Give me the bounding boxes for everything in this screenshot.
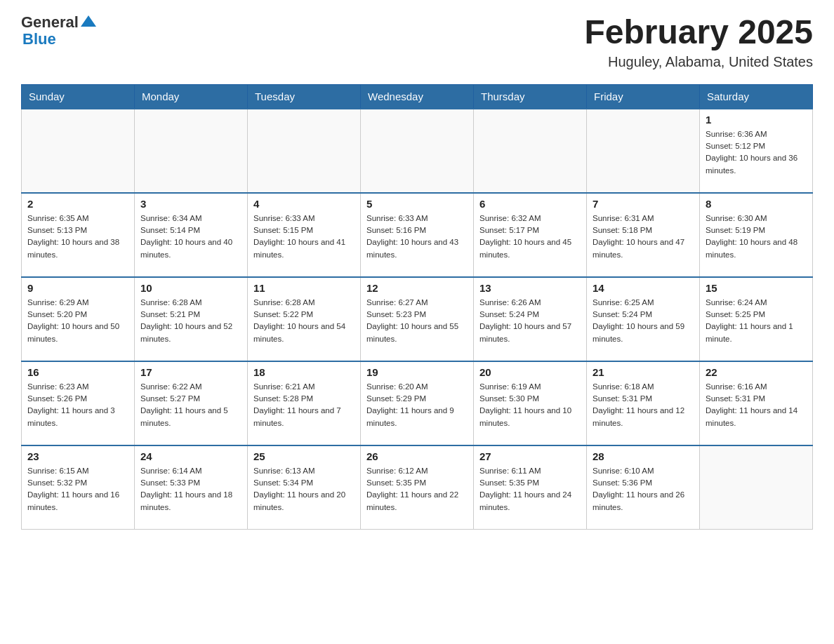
- calendar-cell: 5Sunrise: 6:33 AMSunset: 5:16 PMDaylight…: [361, 193, 474, 277]
- day-info: Sunrise: 6:11 AMSunset: 5:35 PMDaylight:…: [479, 465, 581, 514]
- calendar-cell: 19Sunrise: 6:20 AMSunset: 5:29 PMDayligh…: [361, 361, 474, 445]
- day-number: 7: [593, 198, 694, 210]
- day-info: Sunrise: 6:30 AMSunset: 5:19 PMDaylight:…: [706, 213, 807, 261]
- day-info: Sunrise: 6:36 AMSunset: 5:12 PMDaylight:…: [706, 128, 807, 177]
- calendar-cell: 11Sunrise: 6:28 AMSunset: 5:22 PMDayligh…: [248, 277, 361, 361]
- weekday-header: Tuesday: [248, 84, 361, 109]
- day-number: 14: [593, 282, 694, 294]
- day-number: 15: [706, 282, 807, 294]
- day-number: 16: [27, 366, 128, 378]
- day-number: 1: [706, 114, 807, 126]
- calendar-cell: 2Sunrise: 6:35 AMSunset: 5:13 PMDaylight…: [22, 193, 135, 277]
- day-info: Sunrise: 6:31 AMSunset: 5:18 PMDaylight:…: [593, 213, 694, 261]
- calendar-cell: 20Sunrise: 6:19 AMSunset: 5:30 PMDayligh…: [474, 361, 587, 445]
- day-number: 28: [593, 450, 694, 462]
- logo-triangle-icon: [81, 14, 96, 29]
- day-info: Sunrise: 6:14 AMSunset: 5:33 PMDaylight:…: [140, 465, 241, 514]
- calendar-cell: 22Sunrise: 6:16 AMSunset: 5:31 PMDayligh…: [700, 361, 813, 445]
- calendar-cell: 1Sunrise: 6:36 AMSunset: 5:12 PMDaylight…: [700, 109, 813, 193]
- weekday-header: Sunday: [22, 84, 135, 109]
- day-number: 12: [366, 282, 468, 294]
- page-header: General Blue February 2025 Huguley, Alab…: [21, 14, 813, 70]
- day-number: 17: [140, 366, 241, 378]
- calendar-cell: [700, 445, 813, 530]
- day-info: Sunrise: 6:28 AMSunset: 5:22 PMDaylight:…: [253, 297, 355, 345]
- calendar-cell: 21Sunrise: 6:18 AMSunset: 5:31 PMDayligh…: [587, 361, 700, 445]
- calendar-week-row: 1Sunrise: 6:36 AMSunset: 5:12 PMDaylight…: [22, 109, 813, 193]
- day-info: Sunrise: 6:33 AMSunset: 5:15 PMDaylight:…: [253, 213, 355, 261]
- calendar-cell: 4Sunrise: 6:33 AMSunset: 5:15 PMDaylight…: [248, 193, 361, 277]
- calendar-cell: 18Sunrise: 6:21 AMSunset: 5:28 PMDayligh…: [248, 361, 361, 445]
- calendar-week-row: 2Sunrise: 6:35 AMSunset: 5:13 PMDaylight…: [22, 193, 813, 277]
- calendar-cell: 27Sunrise: 6:11 AMSunset: 5:35 PMDayligh…: [474, 445, 587, 530]
- day-info: Sunrise: 6:26 AMSunset: 5:24 PMDaylight:…: [479, 297, 581, 345]
- weekday-header: Friday: [587, 84, 700, 109]
- calendar-cell: 6Sunrise: 6:32 AMSunset: 5:17 PMDaylight…: [474, 193, 587, 277]
- day-info: Sunrise: 6:20 AMSunset: 5:29 PMDaylight:…: [366, 381, 468, 429]
- day-number: 5: [366, 198, 468, 210]
- day-info: Sunrise: 6:25 AMSunset: 5:24 PMDaylight:…: [593, 297, 694, 345]
- calendar-cell: 24Sunrise: 6:14 AMSunset: 5:33 PMDayligh…: [135, 445, 248, 530]
- calendar-cell: 3Sunrise: 6:34 AMSunset: 5:14 PMDaylight…: [135, 193, 248, 277]
- calendar-week-row: 9Sunrise: 6:29 AMSunset: 5:20 PMDaylight…: [22, 277, 813, 361]
- calendar-cell: 8Sunrise: 6:30 AMSunset: 5:19 PMDaylight…: [700, 193, 813, 277]
- day-number: 13: [479, 282, 581, 294]
- day-number: 20: [479, 366, 581, 378]
- month-title: February 2025: [584, 14, 813, 51]
- day-info: Sunrise: 6:12 AMSunset: 5:35 PMDaylight:…: [366, 465, 468, 514]
- calendar-cell: 12Sunrise: 6:27 AMSunset: 5:23 PMDayligh…: [361, 277, 474, 361]
- day-number: 2: [27, 198, 128, 210]
- location-title: Huguley, Alabama, United States: [584, 54, 813, 70]
- calendar-week-row: 23Sunrise: 6:15 AMSunset: 5:32 PMDayligh…: [22, 445, 813, 530]
- logo-text-blue: Blue: [22, 31, 96, 48]
- svg-marker-0: [81, 15, 96, 27]
- calendar-table: SundayMondayTuesdayWednesdayThursdayFrid…: [21, 84, 813, 530]
- calendar-cell: 16Sunrise: 6:23 AMSunset: 5:26 PMDayligh…: [22, 361, 135, 445]
- day-info: Sunrise: 6:13 AMSunset: 5:34 PMDaylight:…: [253, 465, 355, 514]
- calendar-cell: [587, 109, 700, 193]
- weekday-header: Monday: [135, 84, 248, 109]
- day-number: 10: [140, 282, 241, 294]
- calendar-header-row: SundayMondayTuesdayWednesdayThursdayFrid…: [22, 84, 813, 109]
- day-info: Sunrise: 6:35 AMSunset: 5:13 PMDaylight:…: [27, 213, 128, 261]
- day-info: Sunrise: 6:34 AMSunset: 5:14 PMDaylight:…: [140, 213, 241, 261]
- calendar-cell: 28Sunrise: 6:10 AMSunset: 5:36 PMDayligh…: [587, 445, 700, 530]
- title-block: February 2025 Huguley, Alabama, United S…: [584, 14, 813, 70]
- logo: General Blue: [21, 14, 96, 48]
- calendar-cell: 13Sunrise: 6:26 AMSunset: 5:24 PMDayligh…: [474, 277, 587, 361]
- day-number: 4: [253, 198, 355, 210]
- day-info: Sunrise: 6:22 AMSunset: 5:27 PMDaylight:…: [140, 381, 241, 429]
- day-number: 6: [479, 198, 581, 210]
- calendar-cell: 14Sunrise: 6:25 AMSunset: 5:24 PMDayligh…: [587, 277, 700, 361]
- calendar-cell: 26Sunrise: 6:12 AMSunset: 5:35 PMDayligh…: [361, 445, 474, 530]
- calendar-cell: 9Sunrise: 6:29 AMSunset: 5:20 PMDaylight…: [22, 277, 135, 361]
- day-number: 9: [27, 282, 128, 294]
- day-number: 22: [706, 366, 807, 378]
- day-info: Sunrise: 6:15 AMSunset: 5:32 PMDaylight:…: [27, 465, 128, 514]
- calendar-cell: 10Sunrise: 6:28 AMSunset: 5:21 PMDayligh…: [135, 277, 248, 361]
- day-info: Sunrise: 6:10 AMSunset: 5:36 PMDaylight:…: [593, 465, 694, 514]
- day-number: 23: [27, 450, 128, 462]
- day-info: Sunrise: 6:21 AMSunset: 5:28 PMDaylight:…: [253, 381, 355, 429]
- logo-text-general: General: [21, 14, 79, 31]
- day-info: Sunrise: 6:27 AMSunset: 5:23 PMDaylight:…: [366, 297, 468, 345]
- calendar-cell: 7Sunrise: 6:31 AMSunset: 5:18 PMDaylight…: [587, 193, 700, 277]
- day-info: Sunrise: 6:28 AMSunset: 5:21 PMDaylight:…: [140, 297, 241, 345]
- calendar-cell: 17Sunrise: 6:22 AMSunset: 5:27 PMDayligh…: [135, 361, 248, 445]
- day-number: 26: [366, 450, 468, 462]
- calendar-cell: [248, 109, 361, 193]
- day-number: 18: [253, 366, 355, 378]
- day-info: Sunrise: 6:24 AMSunset: 5:25 PMDaylight:…: [706, 297, 807, 345]
- calendar-cell: [135, 109, 248, 193]
- day-number: 3: [140, 198, 241, 210]
- day-number: 8: [706, 198, 807, 210]
- weekday-header: Saturday: [700, 84, 813, 109]
- day-info: Sunrise: 6:33 AMSunset: 5:16 PMDaylight:…: [366, 213, 468, 261]
- day-number: 21: [593, 366, 694, 378]
- day-info: Sunrise: 6:18 AMSunset: 5:31 PMDaylight:…: [593, 381, 694, 429]
- calendar-cell: [361, 109, 474, 193]
- calendar-cell: [474, 109, 587, 193]
- day-number: 11: [253, 282, 355, 294]
- day-info: Sunrise: 6:23 AMSunset: 5:26 PMDaylight:…: [27, 381, 128, 429]
- day-number: 27: [479, 450, 581, 462]
